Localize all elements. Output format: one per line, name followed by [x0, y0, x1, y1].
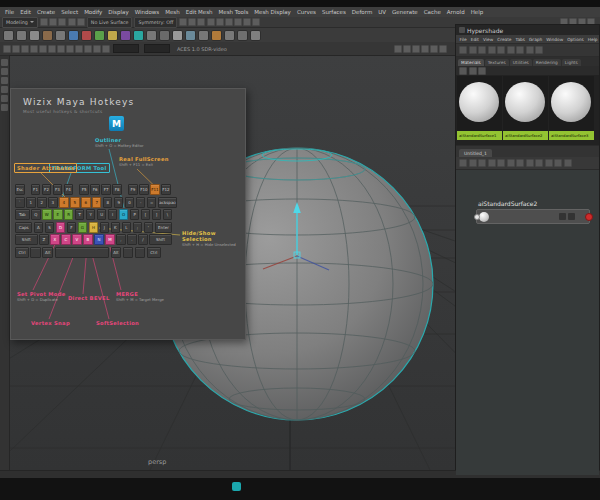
hypershade-menu-edit[interactable]: Edit — [469, 37, 480, 42]
key-blank[interactable]: ` — [15, 197, 25, 208]
hypershade-menu-window[interactable]: Window — [545, 37, 565, 42]
key-blank[interactable]: ' — [144, 222, 154, 233]
hypershade-menu-file[interactable]: File — [458, 37, 468, 42]
anti-aliasing-icon[interactable] — [84, 45, 92, 53]
two-sided-lighting-icon[interactable] — [93, 45, 101, 53]
move-tool-icon[interactable] — [1, 86, 8, 93]
field-chart-icon[interactable] — [421, 45, 429, 53]
key-1[interactable]: 1 — [26, 197, 36, 208]
shadows-icon[interactable] — [57, 45, 65, 53]
snap-point-icon[interactable] — [225, 18, 233, 26]
key-blank[interactable]: / — [138, 234, 148, 245]
nurbs-cube-icon[interactable] — [211, 30, 222, 41]
bookmarks-icon[interactable] — [403, 45, 411, 53]
output-connections-icon[interactable] — [478, 159, 486, 167]
input-connections-icon[interactable] — [459, 159, 467, 167]
key-blank[interactable]: - — [136, 197, 146, 208]
menu-edit-mesh[interactable]: Edit Mesh — [183, 7, 216, 17]
select-component-icon[interactable] — [197, 18, 205, 26]
output-port[interactable] — [585, 213, 593, 221]
open-scene-icon[interactable] — [49, 18, 57, 26]
key-f8[interactable]: F8 — [112, 184, 122, 195]
key-caps[interactable]: Caps — [15, 222, 32, 233]
teal-app-icon[interactable] — [232, 482, 241, 491]
menu-mesh[interactable]: Mesh — [162, 7, 182, 17]
input-field-2[interactable] — [144, 44, 170, 53]
key-f11[interactable]: F11 — [150, 184, 160, 195]
key-esc[interactable]: Esc — [15, 184, 25, 195]
key-blank[interactable]: \ — [163, 209, 173, 220]
hypershade-menu-create[interactable]: Create — [496, 37, 513, 42]
clear-graph-icon[interactable] — [507, 159, 515, 167]
search-icon[interactable] — [526, 46, 534, 54]
node-graph[interactable]: aiStandardSurface2 — [456, 170, 599, 475]
key-ctrl[interactable]: Ctrl — [147, 247, 161, 258]
hypershade-menu-graph[interactable]: Graph — [528, 37, 544, 42]
key-l[interactable]: L — [122, 222, 132, 233]
key-g[interactable]: G — [78, 222, 88, 233]
node-menu-icon[interactable] — [568, 213, 575, 220]
key-blank[interactable]: ; — [133, 222, 143, 233]
key-shift[interactable]: Shift — [149, 234, 172, 245]
key-h[interactable]: H — [89, 222, 99, 233]
extrude-icon[interactable] — [237, 30, 248, 41]
key-tab[interactable]: Tab — [15, 209, 30, 220]
key-n[interactable]: N — [94, 234, 104, 245]
hypershade-tab-utilities[interactable]: Utilities — [510, 59, 532, 66]
menu-deform[interactable]: Deform — [349, 7, 375, 17]
key-o[interactable]: O — [119, 209, 129, 220]
key-a[interactable]: A — [34, 222, 44, 233]
swatch-size-icon[interactable] — [478, 67, 486, 75]
menu-create[interactable]: Create — [34, 7, 58, 17]
key-f10[interactable]: F10 — [139, 184, 149, 195]
symmetry-dropdown[interactable]: Symmetry: Off — [134, 17, 177, 28]
hypershade-menu-tabs[interactable]: Tabs — [514, 37, 527, 42]
menu-arnold[interactable]: Arnold — [444, 7, 468, 17]
key-v[interactable]: V — [72, 234, 82, 245]
key-f5[interactable]: F5 — [79, 184, 89, 195]
pin-selected-icon[interactable] — [535, 159, 543, 167]
key-p[interactable]: P — [130, 209, 140, 220]
menu-curves[interactable]: Curves — [294, 7, 319, 17]
poly-pyramid-icon[interactable] — [185, 30, 196, 41]
menu-generate[interactable]: Generate — [389, 7, 421, 17]
poly-cone-icon[interactable] — [68, 30, 79, 41]
poly-torus-icon[interactable] — [55, 30, 66, 41]
isolate-select-icon[interactable] — [102, 45, 110, 53]
poly-cylinder-icon[interactable] — [29, 30, 40, 41]
key-f2[interactable]: F2 — [42, 184, 52, 195]
redo-icon[interactable] — [77, 18, 85, 26]
poly-cube-icon[interactable] — [16, 30, 27, 41]
key-u[interactable]: U — [97, 209, 107, 220]
key-5[interactable]: 5 — [70, 197, 80, 208]
menu-uv[interactable]: UV — [375, 7, 389, 17]
poly-sphere-icon[interactable] — [3, 30, 14, 41]
key-f4[interactable]: F4 — [64, 184, 74, 195]
poly-gear-icon[interactable] — [94, 30, 105, 41]
search-field-icon[interactable] — [469, 67, 477, 75]
lasso-tool-icon[interactable] — [1, 68, 8, 75]
pin-browser-icon[interactable] — [535, 46, 543, 54]
key-blank[interactable]: , — [116, 234, 126, 245]
snap-magnets-icon[interactable] — [3, 45, 11, 53]
poly-disc-icon[interactable] — [81, 30, 92, 41]
key-w[interactable]: W — [42, 209, 52, 220]
menu-cache[interactable]: Cache — [421, 7, 444, 17]
key-blank[interactable] — [55, 247, 110, 258]
snap-view-plane-icon[interactable] — [243, 18, 251, 26]
key-z[interactable]: Z — [39, 234, 49, 245]
key-m[interactable]: M — [105, 234, 115, 245]
material-swatch-aistandardsurface3[interactable]: aiStandardSurface3 — [549, 76, 594, 140]
resolution-gate-icon[interactable] — [430, 45, 438, 53]
key-ctrl[interactable]: Ctrl — [15, 247, 29, 258]
key-blank[interactable]: = — [147, 197, 157, 208]
snap-projected-center-icon[interactable] — [234, 18, 242, 26]
wireframe-mode-icon[interactable] — [21, 45, 29, 53]
key-6[interactable]: 6 — [81, 197, 91, 208]
key-y[interactable]: Y — [86, 209, 96, 220]
key-x[interactable]: X — [50, 234, 60, 245]
input-port[interactable] — [474, 214, 480, 220]
key-f7[interactable]: F7 — [101, 184, 111, 195]
menu-display[interactable]: Display — [105, 7, 131, 17]
key-d[interactable]: D — [56, 222, 66, 233]
